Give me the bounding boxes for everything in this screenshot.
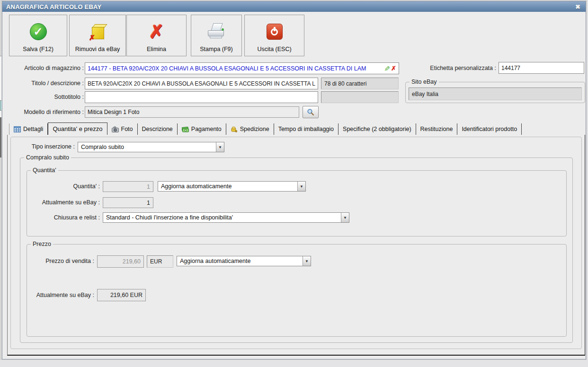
- printer-icon: [206, 22, 226, 42]
- prezzo-mode-select[interactable]: Aggiorna automaticamente ▼: [177, 256, 311, 266]
- etichetta-label: Etichetta personalizzata :: [419, 65, 496, 71]
- titlebar: ANAGRAFICA ARTICOLO EBAY ✖: [2, 1, 586, 12]
- etichetta-field[interactable]: 144177: [499, 62, 584, 74]
- tab-spedizione[interactable]: Spedizione: [226, 123, 274, 135]
- titolo-label: Titolo / descrizione :: [12, 80, 84, 87]
- tab-descrizione[interactable]: Descrizione: [138, 123, 178, 135]
- exit-button[interactable]: Uscita (ESC): [244, 15, 304, 56]
- print-button-label: Stampa (F9): [200, 46, 232, 52]
- clear-article-icon[interactable]: ✗: [391, 65, 396, 72]
- sottotitolo-counter: [321, 91, 399, 103]
- modello-field[interactable]: Mitica Design 1 Foto: [85, 106, 299, 118]
- tab-quantita-e-prezzo[interactable]: Quantita' e prezzo: [48, 122, 107, 135]
- prezzo-vendita-input: 219,60: [97, 255, 144, 268]
- sottotitolo-label: Sottotitolo :: [12, 94, 84, 100]
- chevron-down-icon[interactable]: ▼: [297, 182, 305, 191]
- currency-box: EUR: [147, 255, 173, 268]
- delete-x-icon: ✗: [147, 22, 167, 42]
- tipo-inserzione-label: Tipo inserzione :: [22, 143, 75, 150]
- quantita-e-prezzo-panel: Tipo inserzione : Compralo subito ▼ Comp…: [7, 135, 585, 356]
- prezzo-vendita-label: Prezzo di vendita :: [41, 258, 94, 264]
- search-model-button[interactable]: [303, 106, 319, 118]
- tab-foto[interactable]: Foto: [107, 123, 138, 135]
- titolo-counter: 78 di 80 caratteri: [321, 78, 399, 89]
- sito-ebay-field: eBay Italia: [409, 87, 582, 100]
- desktop: ANAGRAFICA ARTICOLO EBAY ✖ ✓ Salva (F12)…: [0, 0, 588, 367]
- print-button[interactable]: Stampa (F9): [191, 15, 242, 56]
- titolo-value: BETA 920A/C20X 20 CHIAVI A BUSSOLA ESAGO…: [88, 80, 315, 87]
- tab-restituzione[interactable]: Restituzione: [416, 123, 458, 135]
- save-button-label: Salva (F12): [23, 46, 53, 52]
- prezzo-group-label: Prezzo: [31, 241, 53, 247]
- chiusura-relist-label: Chiusura e relist :: [36, 214, 100, 221]
- articolo-field[interactable]: 144177 - BETA 920A/C20X 20 CHIAVI A BUSS…: [85, 62, 399, 74]
- desktop-strip: [0, 360, 588, 367]
- prezzo-ebay-value: 219,60 EUR: [97, 289, 146, 301]
- compralo-subito-group: Compralo subito Quantita' Quantita' : 1 …: [20, 157, 573, 343]
- chevron-down-icon[interactable]: ▼: [341, 213, 349, 222]
- modello-value: Mitica Design 1 Foto: [88, 109, 139, 115]
- quantita-mode-select[interactable]: Aggiorna automaticamente ▼: [158, 181, 306, 192]
- tipo-inserzione-select[interactable]: Compralo subito ▼: [78, 142, 224, 152]
- chiusura-relist-select[interactable]: Standard - Chiudi l'inserzione a fine di…: [103, 212, 349, 223]
- anagrafica-articolo-ebay-window: ANAGRAFICA ARTICOLO EBAY ✖ ✓ Salva (F12)…: [2, 1, 586, 359]
- sito-ebay-group-label: Sito eBay: [410, 79, 439, 85]
- delete-button[interactable]: ✗ Elimina: [126, 15, 187, 56]
- search-icon: [307, 108, 314, 116]
- titolo-field[interactable]: BETA 920A/C20X 20 CHIAVI A BUSSOLA ESAGO…: [85, 78, 318, 89]
- quantita-ebay-value: 1: [103, 197, 153, 208]
- delete-button-label: Elimina: [147, 46, 166, 52]
- chevron-down-icon[interactable]: ▼: [303, 256, 311, 266]
- save-check-icon: ✓: [28, 22, 48, 42]
- power-exit-icon: [265, 22, 285, 42]
- tab-tempo-di-imballaggio[interactable]: Tempo di imballaggio: [274, 123, 339, 135]
- quantita-label: Quantita' :: [55, 183, 100, 190]
- shipping-icon: [231, 126, 238, 132]
- sito-ebay-group: Sito eBay eBay Italia: [405, 82, 585, 103]
- modello-label: Modello di riferimento :: [12, 109, 84, 115]
- edit-pencil-icon[interactable]: ✎: [383, 65, 390, 71]
- prezzo-group: Prezzo Prezzo di vendita : 219,60 EUR Ag…: [27, 244, 567, 337]
- quantita-group: Quantita' Quantita' : 1 Aggiorna automat…: [27, 170, 567, 236]
- tab-pagamento[interactable]: Pagamento: [178, 123, 226, 135]
- remove-from-ebay-button[interactable]: ✗ Rimuovi da eBay: [69, 15, 126, 56]
- window-title: ANAGRAFICA ARTICOLO EBAY: [6, 3, 574, 10]
- quantita-input: 1: [103, 181, 153, 192]
- close-icon[interactable]: ✖: [574, 3, 582, 10]
- wallet-icon: [182, 126, 189, 132]
- tab-identificatori-prodotto[interactable]: Identificatori prodotto: [457, 123, 522, 135]
- tab-dettagli[interactable]: Dettagli: [9, 123, 48, 135]
- remove-from-ebay-icon: ✗: [88, 22, 107, 42]
- sottotitolo-field[interactable]: [85, 91, 318, 103]
- tab-strip: Dettagli Quantita' e prezzo Foto Descriz…: [9, 122, 522, 135]
- compralo-subito-group-label: Compralo subito: [24, 154, 71, 161]
- remove-button-label: Rimuovi da eBay: [75, 46, 120, 52]
- exit-button-label: Uscita (ESC): [257, 46, 291, 52]
- table-icon: [14, 126, 21, 132]
- articolo-label: Articolo di magazzino :: [12, 65, 84, 71]
- camera-icon: [112, 126, 119, 132]
- save-button[interactable]: ✓ Salva (F12): [9, 15, 67, 56]
- etichetta-value: 144177: [501, 65, 581, 71]
- prezzo-ebay-label: Attualmente su eBay :: [31, 292, 94, 298]
- chevron-down-icon[interactable]: ▼: [216, 142, 224, 152]
- quantita-group-label: Quantita': [31, 167, 58, 174]
- quantita-ebay-label: Attualmente su eBay :: [36, 199, 100, 206]
- articolo-value: 144177 - BETA 920A/C20X 20 CHIAVI A BUSS…: [88, 65, 383, 72]
- tab-specifiche[interactable]: Specifiche (2 obbligatorie): [339, 123, 416, 135]
